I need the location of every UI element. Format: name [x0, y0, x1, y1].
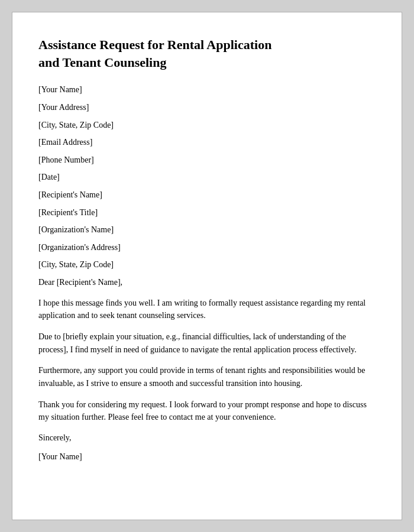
recipient-org-name: [Organization's Name] — [38, 224, 376, 236]
sender-address: [Your Address] — [38, 102, 376, 113]
recipient-name: [Recipient's Name] — [38, 189, 376, 201]
closing-name: [Your Name] — [38, 451, 376, 463]
salutation: Dear [Recipient's Name], — [38, 277, 376, 288]
recipient-org-address: [Organization's Address] — [38, 242, 376, 254]
sender-fields: [Your Name] [Your Address] [City, State,… — [38, 84, 376, 183]
closing: Sincerely, — [38, 432, 376, 444]
recipient-city: [City, State, Zip Code] — [38, 259, 376, 271]
recipient-title: [Recipient's Title] — [38, 207, 376, 219]
recipient-fields: [Recipient's Name] [Recipient's Title] [… — [38, 189, 376, 271]
body-paragraph-3: Furthermore, any support you could provi… — [38, 364, 376, 390]
sender-email: [Email Address] — [38, 137, 376, 148]
sender-name: [Your Name] — [38, 84, 376, 96]
body-paragraph-2: Due to [briefly explain your situation, … — [38, 330, 376, 356]
body-paragraph-1: I hope this message finds you well. I am… — [38, 297, 376, 322]
sender-date: [Date] — [38, 171, 376, 183]
sender-city: [City, State, Zip Code] — [38, 119, 376, 131]
document-title: Assistance Request for Rental Applicatio… — [38, 36, 376, 71]
body-paragraph-4: Thank you for considering my request. I … — [38, 398, 376, 424]
document-container: Assistance Request for Rental Applicatio… — [12, 12, 402, 520]
sender-phone: [Phone Number] — [38, 154, 376, 166]
